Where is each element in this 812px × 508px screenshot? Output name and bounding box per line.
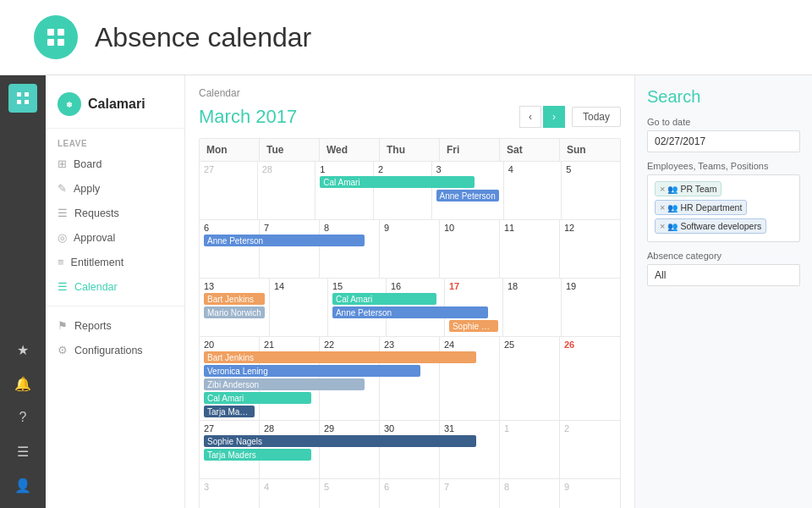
day-number: 27 [204,164,253,174]
day-number: 13 [204,281,265,291]
app-logo-icon [34,15,78,59]
event-bar-anne-peterson-2[interactable]: Anne Peterson [204,235,365,246]
col-wed: Wed [320,139,380,161]
event-tarja-maders-w4[interactable]: Tarja Maders [204,406,255,417]
event-veronica-lening-w4[interactable]: Veronica Lening [204,365,420,377]
team-icon: 👥 [667,203,678,213]
nav-section-label: LEAVE [46,134,184,152]
day-cell-mar12: 12 [560,220,620,278]
day-cell-apr6: 6 [380,479,440,508]
approval-icon: ◎ [58,231,67,244]
sidebar-item-approval[interactable]: ◎ Approval [46,225,184,250]
event-mario-norwich[interactable]: Mario Norwich [204,306,265,318]
tag-software-developers[interactable]: × 👥 Software developers [655,218,766,234]
today-button[interactable]: Today [572,107,621,127]
sidebar-item-apply[interactable]: ✎ Apply [46,176,184,201]
sidebar-item-board-label: Board [74,158,102,170]
day-number: 28 [262,164,311,174]
absence-category-label: Absence category [647,251,800,261]
tag-close-icon[interactable]: × [660,202,665,213]
day-number: 25 [504,340,555,350]
search-title: Search [647,87,800,107]
next-month-button[interactable]: › [543,106,565,128]
week-row-4: 20 Bart Jenkins Veronica Lening Zibi And… [200,337,620,421]
sidebar-item-requests[interactable]: ☰ Requests [46,201,184,225]
nav-logo-text: Calamari [88,97,145,112]
day-cell-apr1: 1 [500,421,560,478]
day-number: 9 [384,223,435,233]
event-cal-amari-w4[interactable]: Cal Amari [204,392,311,404]
user-avatar[interactable]: 👤 [14,470,31,500]
day-cell-mar5: 5 [562,162,620,219]
menu-icon[interactable]: ☰ [14,436,31,467]
event-anne-peterson-w3[interactable]: Anne Peterson [332,306,488,318]
day-number: 2 [378,164,427,174]
sidebar-item-reports[interactable]: ⚑ Reports [46,313,184,338]
absence-category-input[interactable] [647,264,800,286]
day-cell-mar23: 23 [380,337,440,420]
tag-close-icon[interactable]: × [660,221,665,231]
nav-logo: ❄ Calamari [46,84,184,129]
grid-icon[interactable] [8,84,37,113]
day-number: 4 [264,482,315,492]
day-cell-mar24: 24 [440,337,500,420]
sidebar-item-configurations-label: Configurations [74,345,143,356]
day-number: 5 [324,482,375,492]
sidebar-item-calendar[interactable]: ☰ Calendar [46,274,184,299]
event-tarja-maders-w5[interactable]: Tarja Maders [204,449,311,461]
week-row-1: 27 28 1 Cal Amari 2 [200,162,620,220]
tag-pr-team[interactable]: × 👥 PR Team [655,181,721,196]
day-number: 24 [444,340,495,350]
week-row-5: 27 Sophie Nagels Tarja Maders 28 29 [200,421,620,479]
go-to-date-input[interactable] [647,130,800,152]
day-number: 1 [504,423,555,433]
sidebar-item-requests-label: Requests [74,207,119,219]
sidebar-item-configurations[interactable]: ⚙ Configurations [46,338,184,362]
sidebar-item-board[interactable]: ⊞ Board [46,152,184,176]
day-cell-apr5: 5 [320,479,380,508]
prev-month-button[interactable]: ‹ [519,106,541,128]
help-icon[interactable]: ? [14,402,31,433]
left-icon-bar: ★ 🔔 ? ☰ 👤 [0,75,46,508]
day-cell-mar7: 7 [260,220,320,278]
event-bar-cal-amari[interactable]: Cal Amari [320,176,475,188]
day-number: 14 [274,281,323,291]
event-bar-anne-peterson[interactable]: Anne Peterson [436,190,499,202]
event-bart-jenkins[interactable]: Bart Jenkins [204,293,265,305]
day-cell-mar15: 15 Cal Amari Anne Peterson [328,279,387,336]
star-icon[interactable]: ★ [14,334,31,365]
day-number: 17 [449,281,498,291]
bell-icon[interactable]: 🔔 [14,368,31,399]
day-number: 18 [508,281,557,291]
day-number: 26 [564,340,616,350]
event-sophie-nagels-w5[interactable]: Sophie Nagels [204,435,476,447]
day-number: 6 [204,223,255,233]
day-cell-mar1: 1 Cal Amari [315,162,374,219]
day-cell-apr9: 9 [560,479,620,508]
team-icon: 👥 [667,185,678,194]
week-row-6: 3 4 5 6 7 8 9 [200,479,620,508]
event-cal-amari-w3[interactable]: Cal Amari [332,293,436,305]
day-number: 31 [444,423,495,433]
day-number: 8 [324,223,375,233]
day-events: Bart Jenkins Veronica Lening Zibi Anders… [204,351,255,417]
day-cell-mar27: 27 Sophie Nagels Tarja Maders [200,421,260,478]
event-sophie-nagels-w3[interactable]: Sophie Nagels [449,320,498,332]
day-number: 3 [436,164,499,174]
svg-rect-6 [17,100,21,104]
col-thu: Thu [380,139,440,161]
configurations-icon: ⚙ [58,344,68,356]
sidebar-item-entitlement[interactable]: ≡ Entitlement [46,250,184,274]
tag-close-icon[interactable]: × [660,184,665,194]
event-zibi-anderson-w4[interactable]: Zibi Anderson [204,378,365,390]
requests-icon: ☰ [58,207,68,219]
main-content: Calendar March 2017 ‹ › Today Mon Tue We… [185,75,634,508]
sidebar-item-reports-label: Reports [74,320,112,332]
event-bart-jenkins-w4[interactable]: Bart Jenkins [204,351,476,363]
tag-label: PR Team [680,184,716,194]
calendar-grid: Mon Tue Wed Thu Fri Sat Sun 27 28 1 [199,138,621,508]
tag-hr-department[interactable]: × 👥 HR Department [655,200,747,215]
day-events: Bart Jenkins Mario Norwich [204,293,265,318]
day-events: Cal Amari Anne Peterson [332,293,381,318]
team-icon: 👥 [667,222,678,231]
